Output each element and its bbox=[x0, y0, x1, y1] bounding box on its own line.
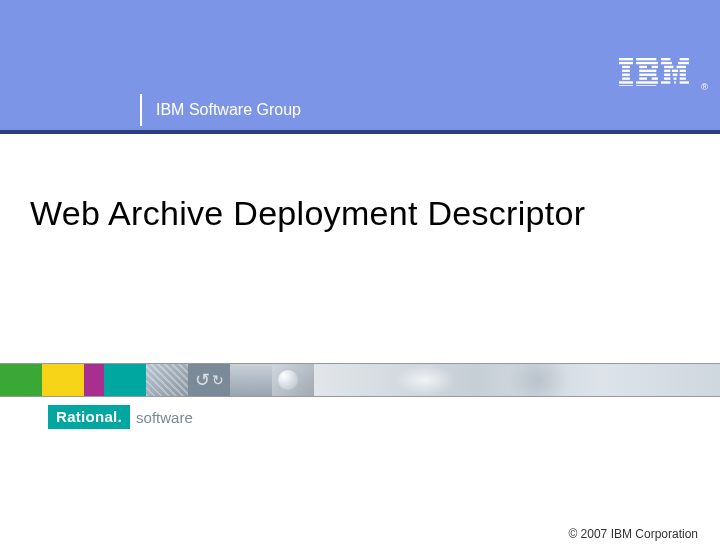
group-label: IBM Software Group bbox=[156, 101, 301, 119]
svg-rect-35 bbox=[680, 81, 689, 83]
svg-rect-26 bbox=[680, 70, 686, 72]
strip-magenta bbox=[84, 364, 104, 396]
decorative-color-strip: ↺↻ bbox=[0, 363, 720, 397]
svg-rect-28 bbox=[673, 74, 678, 76]
rational-branding: Rational. software bbox=[48, 405, 193, 429]
header-divider bbox=[140, 94, 142, 126]
strip-texture-1 bbox=[146, 364, 188, 396]
svg-rect-23 bbox=[677, 66, 686, 68]
copyright-text: © 2007 IBM Corporation bbox=[568, 527, 698, 541]
svg-rect-11 bbox=[652, 66, 658, 68]
svg-rect-14 bbox=[639, 77, 647, 79]
software-label: software bbox=[136, 409, 193, 426]
svg-rect-24 bbox=[664, 70, 670, 72]
svg-rect-7 bbox=[619, 85, 633, 86]
svg-rect-10 bbox=[639, 66, 647, 68]
ibm-logo-icon bbox=[618, 58, 690, 90]
header-banner: ® IBM Software Group bbox=[0, 0, 720, 130]
svg-rect-32 bbox=[680, 77, 686, 79]
svg-rect-34 bbox=[674, 81, 676, 83]
svg-rect-19 bbox=[680, 58, 689, 60]
svg-rect-9 bbox=[636, 62, 658, 64]
strip-gradient-1 bbox=[230, 364, 272, 396]
rational-logo: Rational. bbox=[48, 405, 130, 429]
svg-rect-33 bbox=[661, 81, 670, 83]
svg-rect-31 bbox=[673, 77, 676, 79]
svg-rect-8 bbox=[636, 58, 656, 60]
svg-rect-25 bbox=[672, 70, 678, 72]
svg-rect-27 bbox=[664, 74, 670, 76]
strip-yellow bbox=[42, 364, 84, 396]
svg-rect-3 bbox=[622, 70, 630, 72]
svg-rect-2 bbox=[622, 66, 630, 68]
svg-rect-13 bbox=[639, 74, 656, 76]
strip-photo-blur bbox=[314, 364, 720, 396]
svg-rect-29 bbox=[680, 74, 686, 76]
svg-rect-15 bbox=[652, 77, 658, 79]
svg-rect-30 bbox=[664, 77, 670, 79]
svg-rect-17 bbox=[636, 85, 656, 86]
svg-rect-0 bbox=[619, 58, 633, 60]
svg-rect-21 bbox=[678, 62, 689, 64]
strip-arrows-icon: ↺↻ bbox=[188, 364, 230, 396]
svg-rect-20 bbox=[661, 62, 672, 64]
strip-green bbox=[0, 364, 42, 396]
svg-rect-18 bbox=[661, 58, 670, 60]
svg-rect-1 bbox=[619, 62, 633, 64]
svg-rect-4 bbox=[622, 74, 630, 76]
strip-teal bbox=[104, 364, 146, 396]
svg-rect-16 bbox=[636, 81, 658, 83]
svg-rect-12 bbox=[639, 70, 656, 72]
svg-rect-6 bbox=[619, 81, 633, 83]
svg-rect-22 bbox=[664, 66, 673, 68]
strip-sphere-icon bbox=[272, 364, 314, 396]
svg-rect-5 bbox=[622, 77, 630, 79]
page-title: Web Archive Deployment Descriptor bbox=[0, 134, 720, 233]
